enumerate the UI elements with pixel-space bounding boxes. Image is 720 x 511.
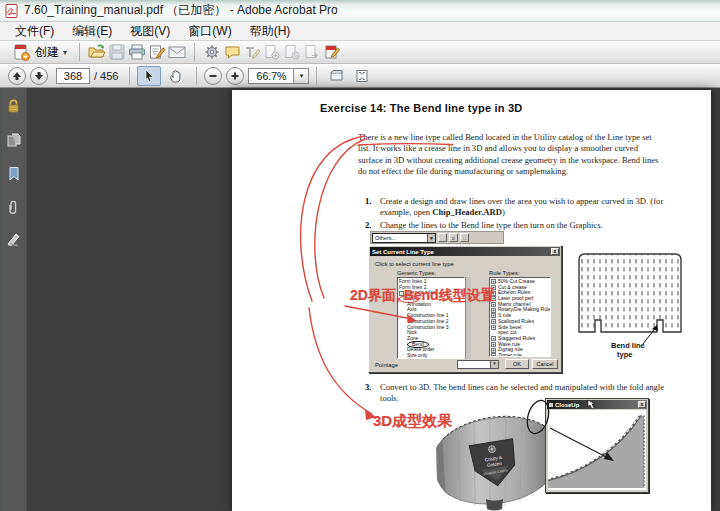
plus-expand-icon[interactable]: +	[491, 348, 496, 353]
combo-dropdown-icon: ▼	[427, 234, 435, 242]
set-line-type-dialog: Set Current Line Type x Click to select …	[368, 245, 562, 373]
closeup-title: CloseUp	[555, 402, 579, 408]
toolbar-separator	[194, 43, 195, 61]
exercise-heading: Exercise 14: The Bend line type in 3D	[320, 102, 522, 114]
mini-toolbar-button[interactable]: ∷	[460, 233, 469, 242]
ok-button[interactable]: OK	[505, 359, 529, 369]
intro-paragraph: There is a new line type called Bend loc…	[358, 132, 663, 178]
bend-label-line2: type	[617, 350, 632, 359]
combo-dropdown-icon: ▼	[490, 361, 498, 368]
edit-pdf-button[interactable]	[322, 43, 342, 62]
pointage-combo[interactable]: ▼	[457, 360, 499, 369]
closeup-close-button[interactable]: x	[638, 401, 646, 408]
zoom-level-value[interactable]: 66.7%	[248, 68, 294, 84]
save-button[interactable]	[107, 43, 127, 62]
page-number-input[interactable]	[56, 68, 90, 84]
create-button[interactable]: 创建 ▾	[6, 41, 72, 64]
plus-expand-icon[interactable]: +	[491, 308, 496, 313]
closeup-viewport	[548, 410, 646, 490]
rule-types-listbox[interactable]: +50% Cut Crease+Cut & crease+Echelon Rul…	[489, 277, 551, 357]
dialog-hint: Click to select current line type	[375, 261, 454, 267]
plus-expand-icon[interactable]: +	[491, 279, 496, 284]
closeup-title-bar: CloseUp x	[547, 400, 647, 409]
red-arrow-to-3d	[309, 308, 372, 414]
plus-expand-icon[interactable]: +	[491, 313, 496, 318]
step1-filename: Chip_Header.ARD	[432, 207, 502, 217]
step1-text: Create a design and draw lines over the …	[380, 196, 672, 219]
scrolling-mode-button[interactable]	[324, 66, 348, 86]
linetype-combo-toolbar: Others... ▼ ≡ ∷	[370, 231, 504, 244]
toolbar-separator	[79, 43, 80, 61]
open-file-button[interactable]	[87, 43, 107, 62]
settings-gear-button[interactable]	[202, 43, 222, 62]
plus-expand-icon[interactable]: +	[491, 342, 496, 347]
plus-expand-icon[interactable]: +	[491, 336, 496, 341]
title-bar: 7.60_Training_manual.pdf （已加密） - Adobe A…	[0, 0, 720, 22]
mini-toolbar-button[interactable]: ≡	[449, 233, 458, 242]
toolbar-separator	[129, 67, 130, 85]
text-edit-button[interactable]	[242, 43, 262, 62]
hand-tool-button[interactable]	[163, 66, 187, 86]
toolbar-separator	[196, 67, 197, 85]
menu-item[interactable]: 视图(V)	[121, 22, 179, 41]
linetype-combo[interactable]: Others... ▼	[372, 233, 436, 243]
bookmarks-icon[interactable]	[4, 164, 23, 183]
pdf-page: Exercise 14: The Bend line type in 3D Th…	[232, 90, 711, 511]
rule-type-item[interactable]: +Zipper rule	[491, 353, 549, 357]
closeup-render	[548, 410, 646, 490]
page-thumbnails-icon[interactable]	[4, 130, 23, 149]
navigation-rail	[0, 88, 27, 511]
security-lock-icon[interactable]	[4, 96, 23, 115]
menu-item[interactable]: 编辑(E)	[63, 22, 121, 41]
plus-expand-icon[interactable]: +	[491, 353, 496, 357]
acrobat-window: 7.60_Training_manual.pdf （已加密） - Adobe A…	[0, 0, 720, 511]
signatures-icon[interactable]	[4, 230, 23, 249]
select-tool-button[interactable]	[137, 66, 161, 86]
comment-bubble-button[interactable]	[222, 43, 242, 62]
attach-file-page-button[interactable]	[262, 43, 282, 62]
mini-toolbar-button[interactable]	[438, 233, 447, 242]
annotation-2d-label: 2D界面, Bend线型设置	[350, 287, 495, 305]
export-page-button[interactable]	[282, 43, 302, 62]
underlined-phrase: There is a new line type	[358, 132, 440, 142]
cancel-button[interactable]: Cancel	[532, 359, 558, 369]
next-page-button[interactable]	[30, 67, 48, 85]
menu-bar: 文件(F)编辑(E)视图(V)窗口(W)帮助(H)	[0, 22, 720, 41]
sign-document-button[interactable]	[147, 43, 167, 62]
annotation-3d-label: 3D成型效果	[373, 412, 452, 431]
print-button[interactable]	[127, 43, 147, 62]
red-loop-outer	[301, 136, 365, 301]
pointage-label: Pointage	[375, 362, 398, 368]
dialog-title: Set Current Line Type	[372, 249, 434, 255]
chevron-down-icon: ▾	[63, 48, 67, 57]
zoom-out-button[interactable]	[204, 67, 222, 85]
zoom-dropdown-button[interactable]: ▾	[294, 68, 309, 84]
rule-types-label: Rule Types:	[489, 270, 520, 276]
closeup-window-icon	[549, 403, 553, 407]
plus-expand-icon[interactable]: +	[491, 325, 496, 330]
previous-page-button[interactable]	[8, 67, 26, 85]
attachments-paperclip-icon[interactable]	[4, 198, 23, 217]
closeup-window: CloseUp x	[545, 398, 649, 493]
menu-item[interactable]: 帮助(H)	[241, 22, 300, 41]
menu-item[interactable]: 窗口(W)	[179, 22, 240, 41]
pdf-file-icon	[5, 4, 19, 18]
step1-text-c: )	[502, 207, 505, 217]
bend-line-diagram: Bend line type	[573, 250, 701, 366]
document-pane: Exercise 14: The Bend line type in 3D Th…	[0, 88, 720, 511]
step1-text-a: Create a design and draw lines over the …	[380, 196, 663, 217]
bottom-notch	[486, 499, 503, 511]
plus-expand-icon[interactable]: +	[491, 319, 496, 324]
menu-item[interactable]: 文件(F)	[6, 22, 63, 41]
zoom-in-button[interactable]	[226, 67, 244, 85]
fit-page-button[interactable]	[350, 66, 374, 86]
generic-types-label: Generic Types:	[397, 270, 436, 276]
navigation-toolbar: / 456 66.7% ▾	[0, 64, 720, 88]
email-button[interactable]	[167, 43, 187, 62]
step3-number: 3.	[365, 382, 371, 392]
page-total-label: / 456	[94, 70, 118, 82]
dialog-close-button[interactable]: x	[551, 248, 559, 255]
create-button-label: 创建	[35, 44, 59, 61]
bend-label-line1: Bend line	[611, 341, 645, 350]
share-page-button[interactable]	[302, 43, 322, 62]
